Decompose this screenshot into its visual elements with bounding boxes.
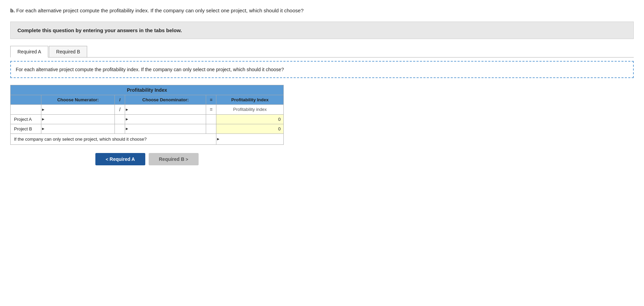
row-numerator-b[interactable] [41, 124, 115, 133]
table-row-header-data: / = Profitability index [11, 104, 284, 114]
denominator-select-a[interactable] [125, 115, 206, 124]
numerator-select-a[interactable] [41, 115, 115, 124]
denominator-select-b[interactable] [125, 124, 206, 133]
table-header-top: Profitability Index [11, 85, 284, 95]
table-wrapper: Profitability Index Choose Numerator: / … [10, 85, 284, 145]
bottom-question-label: If the company can only select one proje… [11, 133, 216, 144]
question-prefix: b. [10, 8, 15, 13]
profitability-table: Profitability Index Choose Numerator: / … [10, 85, 284, 145]
th-pi: Profitability Index [216, 95, 284, 104]
tab-content-area: For each alternative project compute the… [10, 61, 634, 78]
prev-chevron: < [106, 157, 109, 162]
tab-content-text: For each alternative project compute the… [16, 67, 284, 72]
row-equals-b [206, 124, 216, 133]
tab-required-a[interactable]: Required A [10, 46, 48, 58]
tab-required-b[interactable]: Required B [49, 46, 87, 57]
row-denominator-0[interactable] [125, 104, 206, 114]
next-chevron: > [184, 157, 188, 162]
nav-buttons: < Required A Required B > [10, 153, 284, 165]
numerator-select-0[interactable] [41, 105, 115, 114]
th-empty [11, 95, 41, 104]
instruction-box: Complete this question by entering your … [10, 22, 634, 39]
row-pi-value-b: 0 [216, 124, 284, 133]
row-numerator-0[interactable] [41, 104, 115, 114]
row-pi-value-a: 0 [216, 114, 284, 124]
row-slash-0: / [115, 104, 125, 114]
tabs-container: Required A Required B [10, 46, 634, 58]
row-denominator-b[interactable] [125, 124, 206, 133]
prev-button[interactable]: < Required A [95, 153, 145, 165]
th-equals: = [206, 95, 216, 104]
row-label-project-a: Project A [11, 114, 41, 124]
next-label: Required B [159, 156, 185, 162]
row-denominator-a[interactable] [125, 114, 206, 124]
bottom-answer-select[interactable] [216, 135, 283, 144]
bottom-answer-cell[interactable] [216, 133, 284, 144]
th-numerator: Choose Numerator: [41, 95, 115, 104]
row-slash-a [115, 114, 125, 124]
next-button[interactable]: Required B > [149, 153, 199, 165]
table-row-project-a: Project A 0 [11, 114, 284, 124]
numerator-select-b[interactable] [41, 124, 115, 133]
prev-label: Required A [110, 156, 135, 162]
th-slash: / [115, 95, 125, 104]
denominator-select-0[interactable] [125, 105, 206, 114]
row-label-0 [11, 104, 41, 114]
table-row-project-b: Project B 0 [11, 124, 284, 133]
question-text: b. For each alternative project compute … [10, 7, 634, 15]
table-header-sub: Choose Numerator: / Choose Denominator: … [11, 95, 284, 104]
row-numerator-a[interactable] [41, 114, 115, 124]
th-denominator: Choose Denominator: [125, 95, 206, 104]
instruction-text: Complete this question by entering your … [17, 27, 182, 33]
row-equals-0: = [206, 104, 216, 114]
row-slash-b [115, 124, 125, 133]
row-label-project-b: Project B [11, 124, 41, 133]
table-row-bottom: If the company can only select one proje… [11, 133, 284, 144]
table-title: Profitability Index [11, 85, 284, 95]
row-equals-a [206, 114, 216, 124]
row-pi-label-0: Profitability index [216, 104, 284, 114]
